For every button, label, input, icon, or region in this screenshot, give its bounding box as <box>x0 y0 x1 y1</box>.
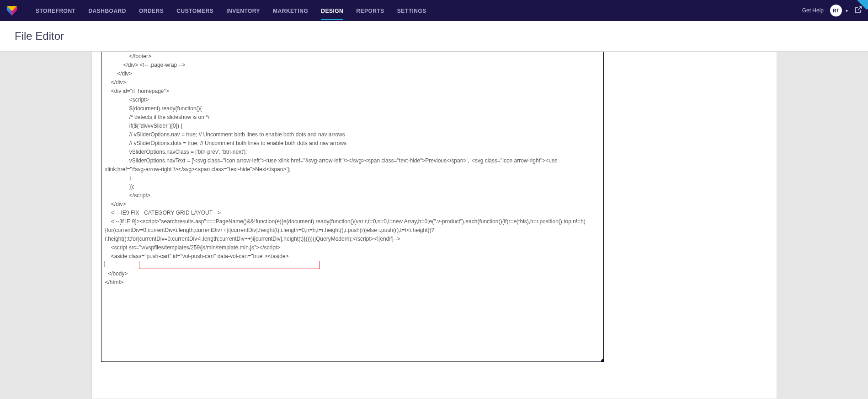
code-line[interactable]: $(document).ready(function(){ <box>105 104 600 113</box>
nav-orders[interactable]: ORDERS <box>133 1 170 20</box>
code-textarea[interactable]: </footer> </div> <!-- .page-wrap --> </d… <box>101 52 603 361</box>
nav-design[interactable]: DESIGN <box>314 1 350 20</box>
top-navigation-bar: STOREFRONT DASHBOARD ORDERS CUSTOMERS IN… <box>0 0 868 21</box>
page-title-bar: File Editor <box>0 21 868 52</box>
code-line[interactable]: </script​> <box>105 191 600 200</box>
code-line[interactable]: <script> <box>105 96 600 104</box>
page-content: </footer> </div> <!-- .page-wrap --> </d… <box>0 52 868 399</box>
code-line[interactable]: <!-- IE9 FIX - CATEGORY GRID LAYOUT --> <box>105 209 600 217</box>
code-line[interactable] <box>105 261 600 270</box>
code-line[interactable]: if($("div#vSlider")[0]) { <box>105 122 600 130</box>
code-line[interactable]: }); <box>105 183 600 191</box>
code-line[interactable]: <script src="v/vspfiles/templates/259/js… <box>105 243 600 252</box>
code-line[interactable]: } <box>105 174 600 183</box>
code-editor[interactable]: </footer> </div> <!-- .page-wrap --> </d… <box>101 52 604 362</box>
code-line[interactable]: // vSliderOptions.dots = true; // Uncomm… <box>105 139 600 148</box>
page-title: File Editor <box>15 30 64 43</box>
code-line[interactable]: </footer> <box>105 52 600 61</box>
code-line[interactable]: <!--[if IE 9]><script>"searchresults.asp… <box>105 217 600 243</box>
open-external-icon[interactable] <box>854 5 863 16</box>
topbar-right-group: Get Help RT ▾ <box>802 5 863 16</box>
text-cursor: | <box>104 260 106 267</box>
user-avatar[interactable]: RT <box>830 5 842 16</box>
panel: </footer> </div> <!-- .page-wrap --> </d… <box>91 52 777 399</box>
brand-logo[interactable] <box>5 4 18 17</box>
resize-handle[interactable] <box>601 359 604 362</box>
code-line[interactable]: <aside class="push-cart" id="vol-push-ca… <box>105 252 600 261</box>
code-line[interactable]: </html> <box>105 278 600 287</box>
nav-inventory[interactable]: INVENTORY <box>220 1 266 20</box>
main-nav: STOREFRONT DASHBOARD ORDERS CUSTOMERS IN… <box>29 1 433 20</box>
nav-marketing[interactable]: MARKETING <box>266 1 314 20</box>
code-line[interactable]: vSliderOptions.navText = ['<svg class="i… <box>105 156 600 174</box>
nav-settings[interactable]: SETTINGS <box>391 1 433 20</box>
code-line[interactable]: /* detects if the slideshow is on */ <box>105 113 600 122</box>
nav-reports[interactable]: REPORTS <box>350 1 391 20</box>
code-line[interactable]: // vSliderOptions.nav = true; // Uncomme… <box>105 130 600 139</box>
code-line[interactable]: </div> <!-- .page-wrap --> <box>105 61 600 70</box>
code-line[interactable]: <div id="if_homepage"> <box>105 87 600 96</box>
code-line[interactable]: </div> <box>105 70 600 78</box>
chevron-down-icon[interactable]: ▾ <box>846 8 848 13</box>
nav-customers[interactable]: CUSTOMERS <box>170 1 220 20</box>
code-line[interactable]: </div> <box>105 78 600 87</box>
code-line[interactable]: </div> <box>105 200 600 209</box>
svg-line-4 <box>858 6 862 10</box>
nav-dashboard[interactable]: DASHBOARD <box>82 1 133 20</box>
get-help-link[interactable]: Get Help <box>802 7 824 14</box>
code-line[interactable]: vSliderOptions.navClass = ['btn-prev', '… <box>105 148 600 156</box>
code-line[interactable]: </body> <box>105 270 600 278</box>
nav-storefront[interactable]: STOREFRONT <box>29 1 82 20</box>
